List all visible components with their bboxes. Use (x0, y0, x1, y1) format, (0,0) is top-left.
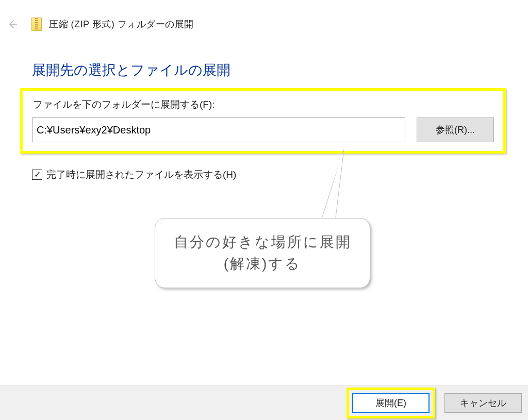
callout-bubble: 自分の好きな場所に展開 (解凍)する (155, 218, 370, 288)
destination-path-input[interactable]: C:¥Users¥exy2¥Desktop (32, 117, 405, 142)
svg-marker-1 (322, 153, 342, 221)
check-icon: ✓ (34, 171, 41, 179)
show-files-checkbox-row[interactable]: ✓ 完了時に展開されたファイルを表示する(H) (32, 168, 236, 181)
svg-marker-0 (321, 149, 344, 222)
destination-row: C:¥Users¥exy2¥Desktop 参照(R)... (32, 117, 494, 142)
zip-folder-icon (31, 18, 42, 31)
annotation-highlight-extract: 展開(E) (346, 388, 435, 418)
browse-button[interactable]: 参照(R)... (417, 117, 494, 142)
extract-button[interactable]: 展開(E) (352, 393, 430, 413)
destination-label: ファイルを下のフォルダーに展開する(F): (33, 98, 503, 111)
section-heading: 展開先の選択とファイルの展開 (32, 61, 230, 79)
wizard-title: 圧縮 (ZIP 形式) フォルダーの展開 (49, 18, 194, 30)
cancel-button[interactable]: キャンセル (444, 393, 522, 413)
back-arrow-icon[interactable] (6, 18, 18, 30)
callout-text: 自分の好きな場所に展開 (解凍)する (174, 231, 352, 275)
wizard-footer: 展開(E) キャンセル (0, 385, 528, 420)
show-files-label: 完了時に展開されたファイルを表示する(H) (46, 168, 236, 181)
callout-line-2: (解凍)する (224, 256, 302, 272)
callout-line-1: 自分の好きな場所に展開 (174, 234, 352, 250)
callout-tail-icon (316, 149, 357, 224)
show-files-checkbox[interactable]: ✓ (32, 170, 42, 180)
wizard-header: 圧縮 (ZIP 形式) フォルダーの展開 (6, 18, 194, 31)
annotation-highlight-destination: ファイルを下のフォルダーに展開する(F): C:¥Users¥exy2¥Desk… (20, 88, 506, 154)
